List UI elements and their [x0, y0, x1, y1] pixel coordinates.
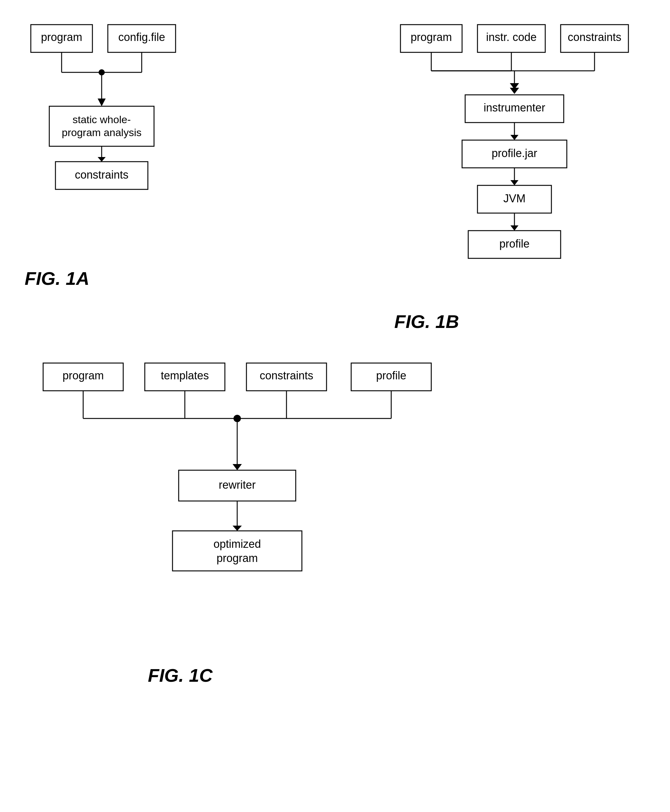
- svg-text:program: program: [411, 31, 452, 44]
- svg-text:profile: profile: [499, 237, 530, 250]
- fig-1a-section: program config.file: [25, 19, 240, 289]
- fig-1c-section: program templates constraints profile: [25, 357, 645, 686]
- fig-1c-label: FIG. 1C: [148, 665, 213, 686]
- svg-marker-43: [511, 225, 518, 231]
- svg-marker-35: [511, 135, 518, 140]
- svg-text:profile: profile: [376, 369, 406, 382]
- svg-text:program: program: [63, 369, 104, 382]
- svg-marker-65: [233, 526, 242, 531]
- svg-marker-15: [98, 157, 106, 162]
- fig-1b-section: program instr. code constraints: [394, 19, 579, 332]
- svg-text:constraints: constraints: [260, 369, 313, 382]
- svg-text:templates: templates: [161, 369, 209, 382]
- svg-text:config.file: config.file: [118, 31, 165, 44]
- svg-point-59: [233, 415, 241, 422]
- svg-marker-10: [98, 98, 106, 106]
- svg-text:instrumenter: instrumenter: [484, 101, 545, 114]
- fig-1b-diagram: program instr. code constraints: [394, 19, 634, 295]
- fig-1a-diagram: program config.file: [25, 19, 234, 253]
- svg-text:profile.jar: profile.jar: [492, 147, 537, 159]
- svg-marker-31: [510, 88, 519, 94]
- svg-text:rewriter: rewriter: [219, 478, 255, 491]
- fig-1c-diagram: program templates constraints profile: [25, 357, 641, 658]
- svg-text:instr. code: instr. code: [486, 31, 536, 44]
- svg-text:constraints: constraints: [568, 31, 621, 44]
- svg-text:program: program: [41, 31, 82, 44]
- svg-text:constraints: constraints: [75, 169, 129, 181]
- svg-text:JVM: JVM: [503, 192, 526, 205]
- page: program config.file: [0, 0, 670, 812]
- svg-rect-11: [49, 106, 154, 146]
- svg-marker-39: [511, 180, 518, 186]
- svg-text:optimized: optimized: [213, 538, 261, 550]
- svg-text:static whole-: static whole-: [73, 114, 131, 125]
- svg-marker-61: [233, 464, 242, 470]
- top-row: program config.file: [25, 19, 645, 332]
- svg-rect-66: [173, 531, 302, 571]
- svg-text:program: program: [217, 552, 258, 564]
- svg-text:program analysis: program analysis: [62, 127, 142, 138]
- svg-point-8: [98, 69, 105, 76]
- fig-1b-label: FIG. 1B: [394, 311, 459, 332]
- fig-1a-label: FIG. 1A: [25, 268, 89, 289]
